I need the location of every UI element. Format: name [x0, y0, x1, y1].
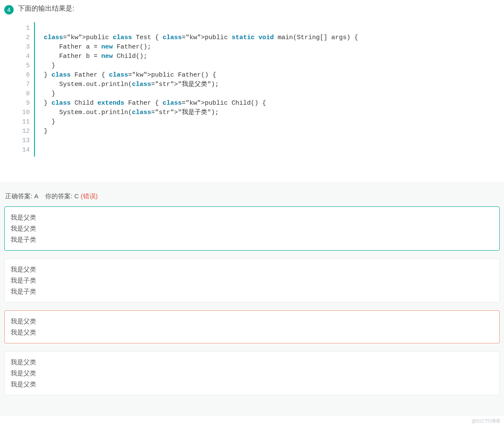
question-title: 下面的输出结果是:: [18, 4, 74, 13]
line-number: 10: [21, 108, 30, 117]
option-line: 我是父类: [11, 212, 493, 223]
line-number: 5: [21, 61, 30, 71]
answer-line: 正确答案: A 你的答案: C (错误): [4, 191, 500, 206]
option-line: 我是父类: [11, 368, 493, 379]
correct-answer-label: 正确答案: A: [5, 192, 38, 200]
option-line: 我是父类: [11, 264, 493, 275]
line-number: 4: [21, 52, 30, 61]
option-A[interactable]: 我是父类我是父类我是子类: [4, 206, 500, 251]
option-B[interactable]: 我是父类我是子类我是子类: [4, 258, 500, 303]
your-answer-label: 你的答案: C: [45, 192, 79, 200]
line-number-gutter: 1234567891011121314: [20, 22, 34, 157]
option-line: 我是子类: [11, 234, 493, 245]
line-number: 8: [21, 89, 30, 99]
line-number: 12: [21, 127, 30, 136]
option-line: 我是子类: [11, 275, 493, 286]
option-line: 我是父类: [11, 327, 493, 338]
code-block: 1234567891011121314 class="kw">public cl…: [20, 22, 500, 157]
line-number: 3: [21, 43, 30, 52]
code-body: class="kw">public class Test { class="kw…: [34, 22, 363, 157]
option-D[interactable]: 我是父类我是父类我是父类: [4, 351, 500, 395]
answer-section: 正确答案: A 你的答案: C (错误) 我是父类我是父类我是子类我是父类我是子…: [0, 182, 504, 416]
line-number: 1: [21, 24, 30, 33]
option-line: 我是父类: [11, 223, 493, 234]
line-number: 2: [21, 33, 30, 43]
option-line: 我是父类: [11, 379, 493, 390]
option-line: 我是父类: [11, 316, 493, 327]
option-line: 我是父类: [11, 357, 493, 368]
question-header: 4 下面的输出结果是:: [0, 0, 504, 19]
question-number-badge: 4: [4, 5, 14, 14]
line-number: 14: [21, 146, 30, 155]
line-number: 7: [21, 80, 30, 89]
option-line: 我是子类: [11, 286, 493, 297]
option-C[interactable]: 我是父类我是父类: [4, 310, 500, 343]
line-number: 6: [21, 71, 30, 80]
wrong-tag: (错误): [81, 192, 98, 200]
line-number: 9: [21, 99, 30, 108]
line-number: 11: [21, 117, 30, 127]
line-number: 13: [21, 136, 30, 146]
